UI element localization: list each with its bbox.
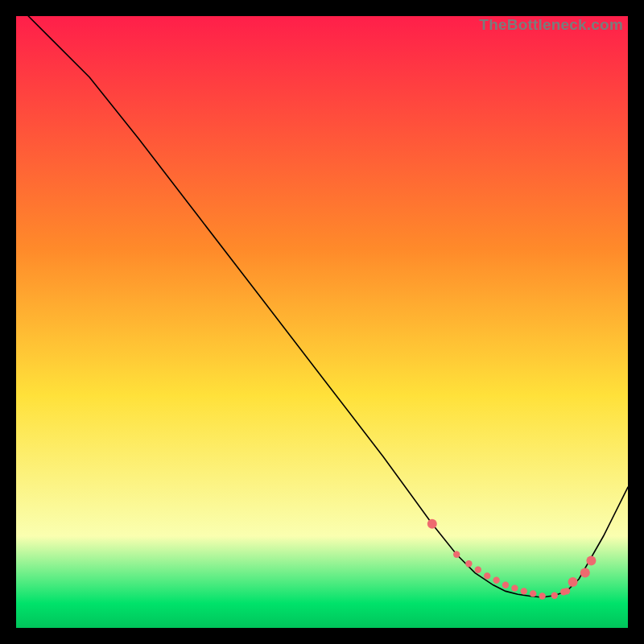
highlight-dot xyxy=(502,582,509,588)
highlight-dot xyxy=(586,555,596,565)
highlight-dot xyxy=(493,577,499,584)
highlight-dot xyxy=(580,568,590,578)
bottleneck-plot xyxy=(16,16,628,628)
highlight-dot xyxy=(465,560,472,567)
highlight-dot xyxy=(453,551,460,558)
highlight-dot xyxy=(427,519,437,529)
highlight-dot xyxy=(530,590,536,597)
watermark-label: TheBottleneck.com xyxy=(479,16,623,34)
highlight-dot xyxy=(521,588,527,594)
highlight-dot xyxy=(564,588,570,594)
highlight-dot xyxy=(511,584,518,591)
highlight-dot xyxy=(568,577,578,587)
highlight-dot xyxy=(551,592,558,599)
chart-frame: TheBottleneck.com xyxy=(16,16,628,628)
highlight-dot xyxy=(475,567,481,573)
highlight-dot xyxy=(539,592,545,599)
highlight-dot xyxy=(484,572,490,579)
gradient-bg xyxy=(16,16,628,628)
